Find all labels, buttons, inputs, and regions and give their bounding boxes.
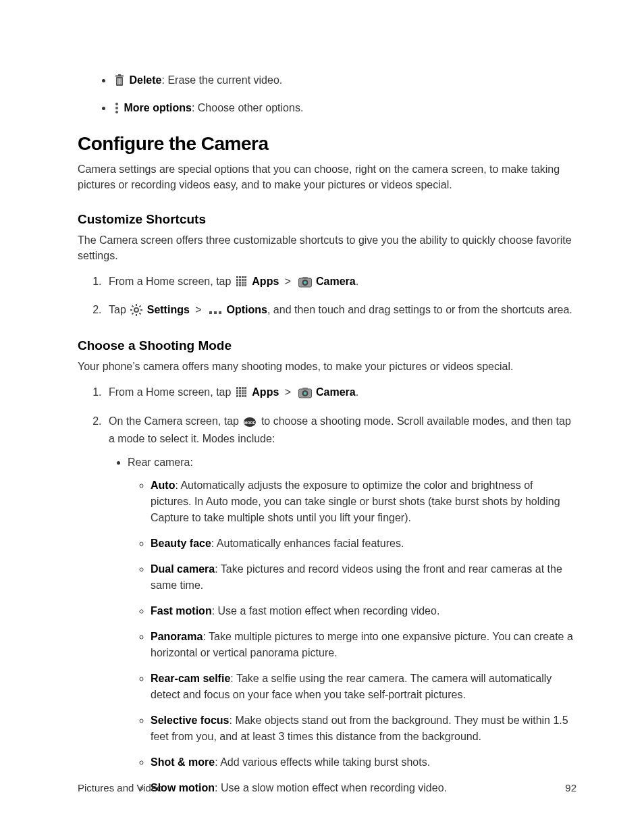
svg-rect-12 — [244, 276, 246, 278]
shooting-steps: From a Home screen, tap Apps > Camera. O… — [78, 384, 576, 796]
mode-desc: : Use a fast motion effect when recordin… — [212, 605, 440, 617]
mode-desc: : Automatically enhances facial features… — [211, 538, 404, 549]
apps-label: Apps — [252, 386, 279, 398]
svg-rect-53 — [236, 395, 238, 397]
svg-rect-41 — [236, 387, 238, 389]
step-text: From a Home screen, tap — [109, 386, 234, 398]
rear-camera-label: Rear camera: — [128, 457, 193, 468]
mode-item: Beauty face: Automatically enhances faci… — [151, 536, 576, 552]
options-label: Options — [227, 304, 267, 315]
svg-rect-40 — [219, 311, 221, 314]
camera-icon — [298, 384, 312, 402]
svg-rect-22 — [239, 284, 241, 286]
svg-line-37 — [132, 313, 134, 315]
mode-name: Dual camera — [151, 563, 215, 575]
mode-name: Selective focus — [151, 714, 230, 726]
svg-rect-16 — [244, 279, 246, 281]
mode-item: Selective focus: Make objects stand out … — [151, 712, 576, 745]
svg-rect-60 — [302, 388, 308, 390]
item-desc: : Erase the current video. — [161, 74, 282, 86]
options-dots-icon — [209, 302, 222, 319]
svg-rect-45 — [236, 390, 238, 392]
mode-name: Panorama — [151, 631, 203, 642]
svg-rect-10 — [239, 276, 241, 278]
step-item: Tap Settings > Options, and then touch a… — [105, 301, 576, 319]
svg-rect-3 — [117, 78, 118, 84]
page-footer: Pictures and Video 92 — [78, 782, 576, 793]
mode-item: Rear-cam selfie: Take a selfie using the… — [151, 671, 576, 703]
svg-text:MODE: MODE — [244, 420, 256, 424]
mode-item: Auto: Automatically adjusts the exposure… — [151, 477, 576, 526]
period: . — [356, 386, 358, 398]
page-number: 92 — [565, 782, 576, 793]
apps-label: Apps — [252, 276, 279, 287]
svg-rect-52 — [244, 392, 246, 394]
svg-rect-39 — [214, 311, 217, 314]
separator: > — [192, 304, 205, 315]
svg-rect-46 — [239, 390, 241, 392]
svg-rect-47 — [242, 390, 244, 392]
svg-point-7 — [115, 107, 118, 109]
shooting-paragraph: Your phone’s camera offers many shooting… — [78, 359, 576, 374]
svg-point-6 — [115, 103, 118, 105]
svg-point-27 — [303, 281, 306, 284]
svg-rect-50 — [239, 392, 241, 394]
mode-name: Auto — [151, 479, 175, 491]
settings-label: Settings — [147, 304, 190, 315]
footer-section: Pictures and Video — [78, 782, 163, 793]
svg-rect-19 — [242, 282, 244, 284]
svg-line-35 — [140, 313, 141, 315]
customize-steps: From a Home screen, tap Apps > Camera. T… — [78, 273, 576, 319]
mode-name: Rear-cam selfie — [151, 673, 230, 684]
svg-rect-4 — [119, 78, 119, 84]
step-item: On the Camera screen, tap MODE to choose… — [105, 413, 576, 796]
svg-rect-48 — [244, 390, 246, 392]
svg-rect-38 — [209, 311, 212, 314]
svg-rect-54 — [239, 395, 241, 397]
svg-rect-15 — [242, 279, 244, 281]
svg-rect-14 — [239, 279, 241, 281]
svg-rect-51 — [242, 392, 244, 394]
list-item: Delete: Erase the current video. — [113, 72, 576, 90]
svg-rect-56 — [244, 395, 246, 397]
svg-rect-49 — [236, 392, 238, 394]
mode-item: Dual camera: Take pictures and record vi… — [151, 561, 576, 594]
svg-rect-55 — [242, 395, 244, 397]
section-heading: Configure the Camera — [78, 133, 576, 155]
item-desc: : Choose other options. — [192, 102, 303, 113]
mode-item: Fast motion: Use a fast motion effect wh… — [151, 603, 576, 619]
list-item: More options: Choose other options. — [113, 99, 576, 118]
mode-desc: : Add various effects while taking burst… — [215, 756, 430, 768]
svg-rect-5 — [121, 78, 122, 84]
step-item: From a Home screen, tap Apps > Camera. — [105, 384, 576, 402]
item-label: Delete — [129, 74, 161, 86]
customize-heading: Customize Shortcuts — [78, 212, 576, 227]
intro-paragraph: Camera settings are special options that… — [78, 161, 576, 192]
camera-icon — [298, 273, 312, 291]
svg-rect-18 — [239, 282, 241, 284]
svg-line-34 — [132, 306, 134, 307]
step-text: On the Camera screen, tap — [109, 415, 242, 427]
item-label: More options — [124, 102, 191, 113]
svg-rect-23 — [242, 284, 244, 286]
modes-list: Auto: Automatically adjusts the exposure… — [128, 477, 576, 796]
svg-point-59 — [303, 392, 306, 395]
step-text: From a Home screen, tap — [109, 276, 234, 287]
camera-label: Camera — [316, 276, 356, 287]
mode-icon: MODE — [243, 413, 257, 431]
svg-rect-17 — [236, 282, 238, 284]
list-item: Rear camera: Auto: Automatically adjusts… — [128, 454, 576, 796]
step-item: From a Home screen, tap Apps > Camera. — [105, 273, 576, 291]
rear-camera-group: Rear camera: Auto: Automatically adjusts… — [109, 454, 576, 796]
top-bullet-list: Delete: Erase the current video. More op… — [78, 72, 576, 117]
mode-name: Beauty face — [151, 538, 211, 549]
svg-rect-11 — [242, 276, 244, 278]
gear-icon — [130, 302, 142, 319]
mode-item: Shot & more: Add various effects while t… — [151, 754, 576, 771]
camera-label: Camera — [316, 386, 356, 398]
period: . — [356, 276, 358, 287]
separator: > — [281, 386, 294, 398]
svg-rect-9 — [236, 276, 238, 278]
svg-point-8 — [115, 111, 118, 113]
svg-point-29 — [134, 308, 138, 312]
